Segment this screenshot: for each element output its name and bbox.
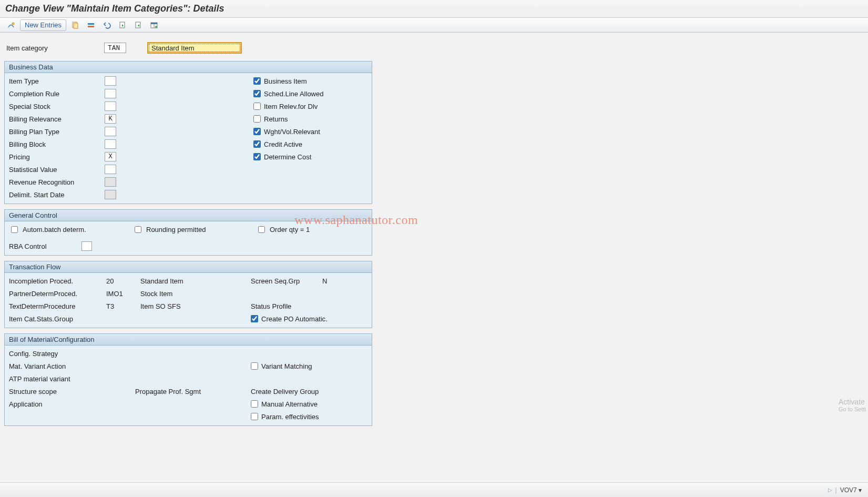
- create-delivery-group-label: Create Delivery Group: [251, 388, 335, 395]
- order-qty-1-checkbox[interactable]: [258, 226, 265, 233]
- new-entries-label: New Entries: [25, 21, 62, 29]
- table-view-icon[interactable]: [147, 20, 161, 31]
- text-determ-procedure-label: TextDetermProcedure: [9, 302, 106, 310]
- revenue-recognition-label: Revenue Recognition: [9, 178, 105, 186]
- autom-batch-label: Autom.batch determ.: [23, 226, 86, 234]
- svg-point-0: [12, 23, 14, 25]
- svg-rect-2: [74, 23, 78, 28]
- general-control-panel: General Control Autom.batch determ. Roun…: [4, 209, 372, 256]
- variant-matching-label: Variant Matching: [261, 362, 312, 370]
- wght-vol-relevant-label: Wght/Vol.Relevant: [264, 128, 320, 136]
- svg-rect-6: [136, 22, 140, 28]
- create-po-automatic-checkbox[interactable]: [251, 315, 258, 322]
- item-category-code[interactable]: TAN: [104, 43, 126, 53]
- text-determ-procedure-desc: Item SO SFS: [140, 302, 181, 310]
- statistical-value-input[interactable]: [105, 165, 116, 174]
- next-entry-icon[interactable]: [131, 20, 145, 31]
- item-type-label: Item Type: [9, 77, 105, 85]
- propagate-prof-sgmt-label: Propagate Prof. Sgmt: [135, 388, 219, 395]
- revenue-recognition-input[interactable]: [105, 177, 116, 187]
- partner-determ-proced-label: PartnerDetermProced.: [9, 290, 106, 298]
- sched-line-allowed-checkbox[interactable]: [253, 90, 261, 97]
- special-stock-label: Special Stock: [9, 103, 105, 110]
- completion-rule-input[interactable]: [105, 89, 116, 98]
- param-effectivities-label: Param. effectivities: [261, 413, 319, 421]
- billing-relevance-label: Billing Relevance: [9, 115, 105, 123]
- statistical-value-label: Statistical Value: [9, 166, 105, 174]
- delimit-start-date-label: Delimit. Start Date: [9, 191, 105, 199]
- wght-vol-relevant-checkbox[interactable]: [253, 128, 261, 135]
- partner-determ-proced-input[interactable]: IMO1: [106, 290, 123, 298]
- credit-active-checkbox[interactable]: [253, 140, 261, 148]
- status-indicator-icon: ▷: [828, 487, 832, 493]
- item-cat-stats-group-label: Item Cat.Stats.Group: [9, 315, 106, 323]
- pricing-input[interactable]: X: [105, 152, 116, 161]
- business-data-panel: Business Data Item Type Completion Rule …: [4, 61, 372, 204]
- pricing-label: Pricing: [9, 153, 105, 161]
- returns-checkbox[interactable]: [253, 115, 261, 123]
- order-qty-1-label: Order qty = 1: [270, 226, 310, 234]
- application-label: Application: [9, 400, 106, 408]
- billing-plan-type-label: Billing Plan Type: [9, 128, 105, 136]
- atp-material-variant-label: ATP material variant: [9, 375, 106, 383]
- partner-determ-proced-desc: Stock Item: [140, 290, 172, 298]
- rba-control-input[interactable]: [81, 241, 92, 251]
- config-strategy-label: Config. Strategy: [9, 350, 106, 358]
- undo-icon[interactable]: [100, 20, 114, 31]
- determine-cost-checkbox[interactable]: [253, 153, 261, 160]
- incompletion-proced-desc: Standard Item: [140, 277, 183, 285]
- billing-relevance-input[interactable]: K: [105, 114, 116, 124]
- item-relev-dlv-checkbox[interactable]: [253, 103, 261, 110]
- param-effectivities-checkbox[interactable]: [251, 413, 258, 420]
- svg-rect-4: [88, 26, 94, 27]
- new-entries-button[interactable]: New Entries: [20, 19, 66, 31]
- variant-matching-checkbox[interactable]: [251, 362, 258, 370]
- special-stock-input[interactable]: [105, 102, 116, 111]
- billing-plan-type-input[interactable]: [105, 127, 116, 136]
- item-relev-dlv-label: Item Relev.for Dlv: [264, 103, 318, 110]
- incompletion-proced-input[interactable]: 20: [106, 277, 114, 285]
- manual-alternative-label: Manual Alternative: [261, 400, 318, 408]
- copy-as-icon[interactable]: [68, 20, 82, 31]
- autom-batch-checkbox[interactable]: [11, 226, 18, 233]
- sched-line-allowed-label: Sched.Line Allowed: [264, 90, 323, 98]
- mat-variant-action-label: Mat. Variant Action: [9, 362, 106, 370]
- text-determ-procedure-input[interactable]: T3: [106, 302, 114, 310]
- billing-block-input[interactable]: [105, 139, 116, 149]
- tcode-display[interactable]: VOV7 ▾: [840, 486, 862, 494]
- item-category-row: Item category TAN Standard Item: [4, 42, 864, 54]
- rounding-permitted-checkbox[interactable]: [135, 226, 141, 233]
- status-bar: ▷ | VOV7 ▾: [0, 482, 868, 497]
- business-item-checkbox[interactable]: [253, 77, 261, 85]
- manual-alternative-checkbox[interactable]: [251, 400, 258, 408]
- title-bar: Change View "Maintain Item Categories": …: [0, 0, 868, 18]
- screen-seq-grp-input[interactable]: N: [322, 277, 327, 285]
- item-category-label: Item category: [4, 44, 99, 52]
- completion-rule-label: Completion Rule: [9, 90, 105, 98]
- credit-active-label: Credit Active: [264, 140, 302, 148]
- determine-cost-label: Determine Cost: [264, 153, 311, 161]
- billing-block-label: Billing Block: [9, 140, 105, 148]
- delete-icon[interactable]: [84, 20, 98, 31]
- transaction-flow-header: Transaction Flow: [5, 261, 372, 273]
- business-item-label: Business Item: [264, 77, 307, 85]
- chevron-down-icon: ▾: [859, 486, 862, 494]
- status-profile-label: Status Profile: [251, 302, 318, 310]
- bom-panel: Bill of Material/Configuration Config. S…: [4, 333, 372, 426]
- screen-seq-grp-label: Screen Seq.Grp: [251, 277, 318, 285]
- svg-point-10: [155, 26, 157, 28]
- item-category-description[interactable]: Standard Item: [147, 42, 242, 54]
- incompletion-proced-label: Incompletion Proced.: [9, 277, 106, 285]
- returns-label: Returns: [264, 115, 288, 123]
- bom-header: Bill of Material/Configuration: [5, 334, 372, 346]
- item-type-input[interactable]: [105, 76, 116, 86]
- previous-entry-icon[interactable]: [116, 20, 129, 31]
- status-separator: |: [835, 486, 837, 494]
- svg-rect-3: [88, 23, 94, 25]
- delimit-start-date-input[interactable]: [105, 190, 116, 199]
- toolbar: New Entries: [0, 18, 868, 33]
- rounding-permitted-label: Rounding permitted: [146, 226, 206, 234]
- general-control-header: General Control: [5, 210, 372, 221]
- other-view-icon[interactable]: [4, 20, 18, 31]
- business-data-header: Business Data: [5, 62, 372, 73]
